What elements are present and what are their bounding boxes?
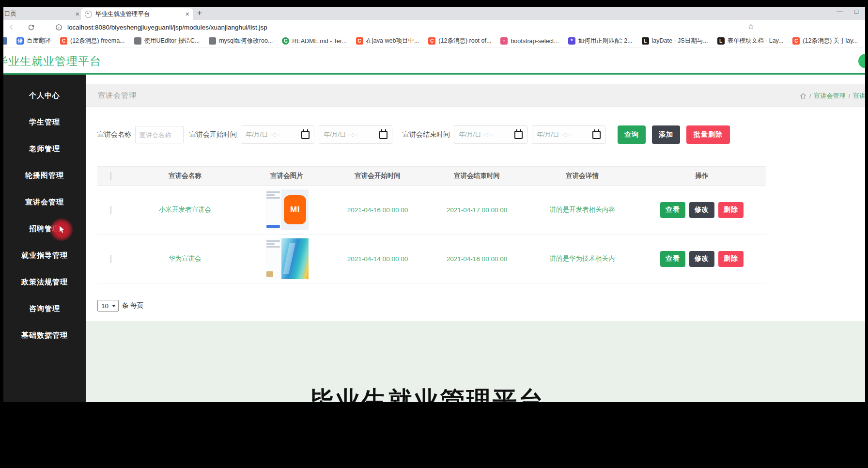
bookmark-item[interactable]: 译 百度翻译	[16, 37, 51, 45]
mouse-click-indicator	[50, 218, 73, 241]
xiaomi-mi-logo: MI	[284, 195, 306, 224]
tab-label: 毕业生就业管理平台	[95, 10, 186, 18]
bookmark-item[interactable]: L 表单模块文档 - Lay...	[717, 37, 784, 45]
tab-favicon-icon	[85, 11, 92, 18]
sidebar-item-recruit-mgmt[interactable]: 招聘管理	[3, 216, 86, 242]
sidebar-item-carousel-mgmt[interactable]: 轮播图管理	[3, 162, 86, 189]
pagination: 10 条 每页	[97, 300, 865, 312]
table-header-row: 宣讲会名称 宣讲会图片 宣讲会开始时间 宣讲会结束时间 宣讲会详情 操作	[97, 166, 766, 186]
bookmark-item[interactable]: G README.md - Ter...	[282, 37, 346, 45]
bookmarks-bar: 译 百度翻译 C (12条消息) freema... 使用UEditor 报错C…	[3, 34, 865, 48]
reload-icon[interactable]	[28, 24, 35, 31]
page-size-select[interactable]: 10	[97, 300, 119, 312]
row-checkbox[interactable]	[110, 255, 111, 263]
sidebar-item-policy-mgmt[interactable]: 政策法规管理	[3, 269, 86, 296]
delete-button[interactable]: 删除	[718, 251, 744, 267]
end-time-cell: 2021-04-17 00:00:00	[427, 206, 527, 214]
back-icon[interactable]	[8, 24, 15, 31]
footer-overlay-text: 毕业生就业管理平台	[310, 384, 545, 402]
info-icon[interactable]	[55, 24, 62, 31]
csdn-icon: C	[60, 37, 67, 45]
sidebar-item-infosession-mgmt[interactable]: 宣讲会管理	[3, 189, 86, 216]
col-header-end: 宣讲会结束时间	[427, 172, 527, 180]
poster-text-panel	[265, 238, 281, 279]
main-content: 宣讲会管理 / 宣讲会管理 / 宣讲会管理 宣讲会名称 宣讲会开始时间	[86, 75, 865, 402]
site-header: 毕业生就业管理平台	[3, 48, 865, 73]
start-time-cell: 2021-04-16 00:00:00	[328, 206, 427, 214]
bookmark-item[interactable]: 使用UEditor 报错C...	[134, 37, 200, 45]
xiaomi-poster-image[interactable]: MI	[265, 189, 309, 230]
bookmark-item[interactable]: ≡ bootstrap-select...	[500, 37, 558, 45]
calendar-icon[interactable]	[592, 131, 601, 139]
bookmark-item[interactable]: C (12条消息) root of...	[428, 37, 491, 45]
sidebar-item-consult-mgmt[interactable]: 咨询管理	[3, 296, 86, 322]
end-date-to-input[interactable]: 年/月/日 --:--	[532, 125, 605, 144]
address-bar: localhost:8080/biyeshengjiuyeguanli/jsp/…	[3, 20, 865, 34]
col-header-actions: 操作	[638, 172, 766, 180]
start-date-from-input[interactable]: 年/月/日 --:--	[241, 125, 314, 144]
panel-header: 宣讲会管理 / 宣讲会管理 / 宣讲会管理	[86, 84, 865, 107]
home-icon[interactable]	[800, 93, 806, 99]
detail-cell[interactable]: 讲的是华为技术相关内	[527, 254, 638, 263]
detail-cell[interactable]: 讲的是开发者相关内容	[527, 205, 638, 214]
avatar[interactable]	[858, 54, 865, 68]
sidebar-item-personal-center[interactable]: 个人中心	[3, 82, 86, 109]
infosession-name[interactable]: 小米开发者宣讲会	[124, 205, 246, 214]
tab-active[interactable]: 毕业生就业管理平台 ×	[81, 8, 193, 20]
start-time-label: 宣讲会开始时间	[189, 130, 237, 139]
new-tab-button[interactable]: +	[197, 8, 202, 18]
view-button[interactable]: 查看	[660, 202, 685, 218]
huawei-poster-image[interactable]	[265, 238, 309, 279]
bookmark-item[interactable]: L layDate - JS日期与...	[642, 37, 708, 45]
csdn-icon: C	[428, 37, 435, 45]
paw-icon	[209, 37, 216, 45]
calendar-icon[interactable]	[301, 131, 310, 139]
bookmark-item[interactable]: C (12条消息) 关于lay...	[792, 37, 858, 45]
bookmark-item[interactable]: C 在java web项目中...	[356, 37, 419, 45]
bootstrap-select-icon: ≡	[500, 37, 508, 45]
add-button[interactable]: 添加	[652, 125, 680, 144]
select-all-checkbox[interactable]	[110, 172, 111, 180]
bookmark-item[interactable]: * 如何用正则匹配: 2...	[568, 37, 633, 45]
page-title: 宣讲会管理	[98, 91, 137, 100]
bookmark-item[interactable]: C (12条消息) freema...	[60, 37, 125, 45]
per-page-label: 条 每页	[122, 301, 143, 310]
minimize-button[interactable]: —	[837, 8, 843, 15]
filter-toolbar: 宣讲会名称 宣讲会开始时间 年/月/日 --:-- 年/月/日 --:-- 宣讲…	[97, 125, 865, 144]
calendar-icon[interactable]	[379, 131, 388, 139]
csdn-icon: C	[356, 37, 363, 45]
infosession-table: 宣讲会名称 宣讲会图片 宣讲会开始时间 宣讲会结束时间 宣讲会详情 操作 小米开…	[97, 166, 766, 283]
sidebar-item-student-mgmt[interactable]: 学生管理	[3, 109, 86, 136]
breadcrumb-link[interactable]: 宣讲会管理	[814, 92, 845, 100]
url-text[interactable]: localhost:8080/biyeshengjiuyeguanli/jsp/…	[67, 24, 267, 31]
close-icon[interactable]: ×	[76, 11, 79, 17]
sidebar-item-guidance-mgmt[interactable]: 就业指导管理	[3, 242, 86, 269]
name-filter-input[interactable]	[135, 126, 184, 143]
poster-blob-shape	[266, 271, 273, 277]
search-button[interactable]: 查询	[618, 125, 646, 144]
sidebar-item-teacher-mgmt[interactable]: 老师管理	[3, 136, 86, 162]
edit-button[interactable]: 修改	[689, 202, 714, 218]
calendar-icon[interactable]	[514, 131, 523, 139]
breadcrumb-link[interactable]: 宣讲会管理	[853, 92, 865, 100]
infosession-name[interactable]: 华为宣讲会	[124, 254, 246, 263]
close-icon[interactable]: ×	[186, 11, 189, 17]
col-header-detail: 宣讲会详情	[527, 172, 638, 180]
table-row: 华为宣讲会 2021-04-14 00:00:00 2021-04-16 00:…	[97, 234, 766, 283]
bookmark-item[interactable]: mysql如何修改roo...	[209, 37, 273, 45]
bookmark-star-icon[interactable]: ☆	[747, 22, 754, 31]
tab-newtab[interactable]: 口页 ×	[4, 10, 83, 18]
row-checkbox[interactable]	[110, 206, 111, 214]
view-button[interactable]: 查看	[660, 251, 685, 267]
end-date-from-input[interactable]: 年/月/日 --:--	[454, 125, 527, 144]
sidebar-item-basicdata-mgmt[interactable]: 基础数据管理	[3, 322, 86, 349]
paw-icon	[134, 37, 141, 45]
batch-delete-button[interactable]: 批量删除	[686, 125, 730, 144]
delete-button[interactable]: 删除	[718, 202, 744, 218]
csdn-icon: C	[792, 37, 800, 45]
start-date-to-input[interactable]: 年/月/日 --:--	[319, 125, 392, 144]
edit-button[interactable]: 修改	[689, 251, 714, 267]
bookmark-partial-icon[interactable]	[3, 37, 7, 45]
site-logo: 毕业生就业管理平台	[3, 54, 101, 69]
maximize-button[interactable]: □	[854, 8, 858, 15]
